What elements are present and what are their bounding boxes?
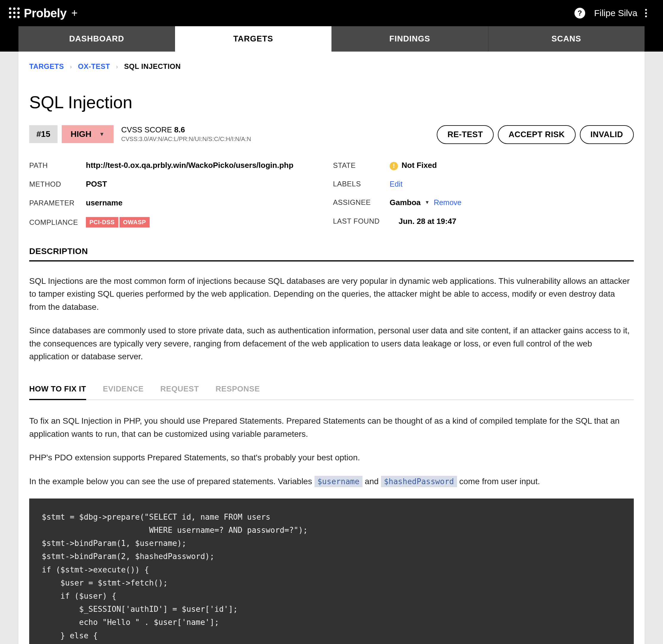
path-value: http://test-0.ox.qa.prbly.win/WackoPicko…	[86, 161, 293, 170]
tab-scans[interactable]: SCANS	[488, 26, 644, 51]
warning-icon: !	[390, 162, 398, 170]
details: PATH http://test-0.ox.qa.prbly.win/Wacko…	[29, 161, 634, 228]
brand-logo[interactable]: Probely +	[9, 6, 77, 20]
tab-findings[interactable]: FINDINGS	[332, 26, 488, 51]
accept-risk-button[interactable]: ACCEPT RISK	[498, 125, 576, 144]
cvss-score: CVSS SCORE 8.6	[121, 125, 251, 135]
code-var-username: $username	[315, 476, 363, 487]
breadcrumb-current: SQL INJECTION	[124, 62, 181, 71]
brand-plus: +	[71, 7, 77, 19]
lastfound-label: LAST FOUND	[333, 217, 398, 225]
kebab-menu-icon[interactable]	[645, 9, 647, 17]
parameter-label: PARAMETER	[29, 199, 86, 207]
parameter-value: username	[86, 198, 122, 208]
assignee-value: Gamboa	[390, 198, 421, 207]
cvss-vector: CVSS:3.0/AV:N/AC:L/PR:N/UI:N/S:C/C:H/I:N…	[121, 136, 251, 142]
invalid-button[interactable]: INVALID	[580, 125, 634, 144]
retest-button[interactable]: RE-TEST	[437, 125, 494, 144]
chevron-right-icon: ›	[116, 63, 118, 70]
fix-p3: In the example below you can see the use…	[29, 475, 634, 488]
tab-dashboard[interactable]: DASHBOARD	[19, 26, 175, 51]
summary-row: #15 HIGH ▼ CVSS SCORE 8.6 CVSS:3.0/AV:N/…	[29, 125, 634, 144]
chevron-down-icon: ▼	[99, 131, 105, 137]
tab-targets[interactable]: TARGETS	[175, 26, 332, 51]
method-label: METHOD	[29, 180, 86, 188]
chevron-down-icon[interactable]: ▼	[425, 200, 430, 205]
compliance-badges: PCI-DSS OWASP	[86, 217, 150, 228]
state-value: !Not Fixed	[390, 161, 437, 170]
brand-name: Probely	[24, 6, 67, 20]
section-description: DESCRIPTION	[29, 247, 634, 261]
labels-edit-link[interactable]: Edit	[390, 180, 403, 188]
fix-p1: To fix an SQL Injection in PHP, you shou…	[29, 414, 634, 440]
sub-tabs: HOW TO FIX IT EVIDENCE REQUEST RESPONSE	[29, 384, 634, 400]
assignee-label: ASSIGNEE	[333, 198, 390, 207]
breadcrumb-targets[interactable]: TARGETS	[29, 62, 64, 71]
severity-dropdown[interactable]: HIGH ▼	[62, 125, 114, 143]
fix-p2: PHP's PDO extension supports Prepared St…	[29, 451, 634, 464]
code-var-hashedpw: $hashedPassword	[381, 476, 457, 487]
topbar: Probely + ? Filipe Silva	[0, 0, 663, 26]
breadcrumb-project[interactable]: OX-TEST	[78, 62, 110, 71]
badge-owasp: OWASP	[119, 217, 150, 228]
breadcrumb: TARGETS › OX-TEST › SQL INJECTION	[29, 62, 634, 71]
user-name[interactable]: Filipe Silva	[594, 8, 637, 18]
lastfound-value: Jun. 28 at 19:47	[398, 217, 456, 226]
content: TARGETS › OX-TEST › SQL INJECTION SQL In…	[19, 51, 644, 644]
help-icon[interactable]: ?	[574, 8, 585, 19]
description-p1: SQL Injections are the most common form …	[29, 275, 634, 313]
main-nav: DASHBOARD TARGETS FINDINGS SCANS	[0, 26, 663, 51]
severity-label: HIGH	[71, 130, 92, 139]
state-label: STATE	[333, 161, 390, 170]
subtab-request[interactable]: REQUEST	[160, 384, 199, 399]
path-label: PATH	[29, 161, 86, 170]
finding-id-badge: #15	[29, 125, 58, 143]
chevron-right-icon: ›	[70, 63, 72, 70]
subtab-howtofix[interactable]: HOW TO FIX IT	[29, 384, 86, 400]
logo-dots-icon	[9, 7, 20, 19]
assignee-remove-link[interactable]: Remove	[434, 198, 461, 207]
subtab-response[interactable]: RESPONSE	[215, 384, 260, 399]
labels-label: LABELS	[333, 180, 390, 188]
page-title: SQL Injection	[29, 92, 634, 112]
description-p2: Since databases are commonly used to sto…	[29, 324, 634, 363]
badge-pci-dss: PCI-DSS	[86, 217, 118, 228]
code-example: $stmt = $dbg->prepare("SELECT id, name F…	[29, 499, 634, 644]
subtab-evidence[interactable]: EVIDENCE	[103, 384, 144, 399]
compliance-label: COMPLIANCE	[29, 218, 86, 227]
method-value: POST	[86, 180, 107, 189]
